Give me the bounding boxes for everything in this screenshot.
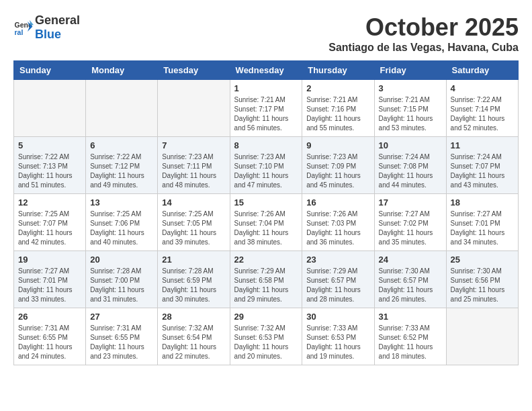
day-info: Sunrise: 7:21 AM Sunset: 7:17 PM Dayligh… <box>234 95 298 133</box>
calendar-day-20: 20Sunrise: 7:28 AM Sunset: 7:00 PM Dayli… <box>86 251 158 308</box>
day-info: Sunrise: 7:23 AM Sunset: 7:10 PM Dayligh… <box>234 152 298 190</box>
day-info: Sunrise: 7:26 AM Sunset: 7:04 PM Dayligh… <box>234 210 298 247</box>
header: Gene ral General Blue October 2025 Santi… <box>13 13 519 54</box>
calendar-day-3: 3Sunrise: 7:21 AM Sunset: 7:15 PM Daylig… <box>374 80 446 137</box>
calendar-day-11: 11Sunrise: 7:24 AM Sunset: 7:07 PM Dayli… <box>446 137 518 194</box>
weekday-header-row: SundayMondayTuesdayWednesdayThursdayFrid… <box>14 61 519 80</box>
calendar-empty-cell <box>158 80 230 137</box>
day-number: 17 <box>379 197 442 208</box>
calendar-week-row: 12Sunrise: 7:25 AM Sunset: 7:07 PM Dayli… <box>14 194 519 251</box>
day-number: 10 <box>379 140 442 150</box>
calendar-day-10: 10Sunrise: 7:24 AM Sunset: 7:08 PM Dayli… <box>374 137 446 194</box>
day-info: Sunrise: 7:31 AM Sunset: 6:55 PM Dayligh… <box>18 324 81 361</box>
calendar-day-30: 30Sunrise: 7:33 AM Sunset: 6:53 PM Dayli… <box>302 308 374 365</box>
day-number: 8 <box>234 140 298 150</box>
day-info: Sunrise: 7:25 AM Sunset: 7:06 PM Dayligh… <box>90 210 153 247</box>
calendar-day-14: 14Sunrise: 7:25 AM Sunset: 7:05 PM Dayli… <box>158 194 230 251</box>
day-info: Sunrise: 7:21 AM Sunset: 7:15 PM Dayligh… <box>379 95 442 133</box>
calendar-day-26: 26Sunrise: 7:31 AM Sunset: 6:55 PM Dayli… <box>14 308 86 365</box>
calendar-week-row: 19Sunrise: 7:27 AM Sunset: 7:01 PM Dayli… <box>14 251 519 308</box>
day-number: 13 <box>90 197 153 208</box>
calendar-day-27: 27Sunrise: 7:31 AM Sunset: 6:55 PM Dayli… <box>86 308 158 365</box>
calendar-day-5: 5Sunrise: 7:22 AM Sunset: 7:13 PM Daylig… <box>14 137 86 194</box>
weekday-header-monday: Monday <box>86 61 158 80</box>
day-info: Sunrise: 7:32 AM Sunset: 6:53 PM Dayligh… <box>234 324 298 361</box>
day-info: Sunrise: 7:28 AM Sunset: 6:59 PM Dayligh… <box>162 267 225 304</box>
calendar-day-23: 23Sunrise: 7:29 AM Sunset: 6:57 PM Dayli… <box>302 251 374 308</box>
calendar-day-19: 19Sunrise: 7:27 AM Sunset: 7:01 PM Dayli… <box>14 251 86 308</box>
location-title: Santiago de las Vegas, Havana, Cuba <box>328 42 519 54</box>
day-number: 1 <box>234 83 298 93</box>
weekday-header-sunday: Sunday <box>14 61 86 80</box>
calendar-day-4: 4Sunrise: 7:22 AM Sunset: 7:14 PM Daylig… <box>446 80 518 137</box>
day-number: 21 <box>162 255 225 265</box>
calendar-day-28: 28Sunrise: 7:32 AM Sunset: 6:54 PM Dayli… <box>158 308 230 365</box>
day-number: 26 <box>18 312 81 322</box>
day-number: 4 <box>451 83 514 93</box>
weekday-header-friday: Friday <box>374 61 446 80</box>
day-number: 31 <box>379 312 442 322</box>
title-area: October 2025 Santiago de las Vegas, Hava… <box>328 13 519 54</box>
day-number: 15 <box>234 197 298 208</box>
day-number: 18 <box>451 197 514 208</box>
calendar-day-31: 31Sunrise: 7:33 AM Sunset: 6:52 PM Dayli… <box>374 308 446 365</box>
logo: Gene ral General Blue <box>13 13 80 42</box>
calendar-empty-cell <box>14 80 86 137</box>
day-info: Sunrise: 7:23 AM Sunset: 7:11 PM Dayligh… <box>162 152 225 190</box>
calendar-day-16: 16Sunrise: 7:26 AM Sunset: 7:03 PM Dayli… <box>302 194 374 251</box>
day-number: 27 <box>90 312 153 322</box>
day-info: Sunrise: 7:27 AM Sunset: 7:02 PM Dayligh… <box>379 210 442 247</box>
day-info: Sunrise: 7:29 AM Sunset: 6:58 PM Dayligh… <box>234 267 298 304</box>
day-info: Sunrise: 7:28 AM Sunset: 7:00 PM Dayligh… <box>90 267 153 304</box>
calendar-day-9: 9Sunrise: 7:23 AM Sunset: 7:09 PM Daylig… <box>302 137 374 194</box>
day-number: 7 <box>162 140 225 150</box>
day-info: Sunrise: 7:23 AM Sunset: 7:09 PM Dayligh… <box>306 152 369 190</box>
day-number: 29 <box>234 312 298 322</box>
day-info: Sunrise: 7:27 AM Sunset: 7:01 PM Dayligh… <box>451 210 514 247</box>
day-info: Sunrise: 7:27 AM Sunset: 7:01 PM Dayligh… <box>18 267 81 304</box>
logo-general: General <box>35 13 80 27</box>
calendar-week-row: 1Sunrise: 7:21 AM Sunset: 7:17 PM Daylig… <box>14 80 519 137</box>
day-info: Sunrise: 7:30 AM Sunset: 6:57 PM Dayligh… <box>379 267 442 304</box>
calendar: SundayMondayTuesdayWednesdayThursdayFrid… <box>13 60 519 365</box>
svg-text:ral: ral <box>15 28 24 36</box>
day-number: 14 <box>162 197 225 208</box>
calendar-day-17: 17Sunrise: 7:27 AM Sunset: 7:02 PM Dayli… <box>374 194 446 251</box>
day-number: 9 <box>306 140 369 150</box>
day-number: 3 <box>379 83 442 93</box>
calendar-empty-cell <box>86 80 158 137</box>
weekday-header-tuesday: Tuesday <box>158 61 230 80</box>
weekday-header-wednesday: Wednesday <box>230 61 302 80</box>
day-number: 30 <box>306 312 369 322</box>
day-number: 16 <box>306 197 369 208</box>
day-number: 25 <box>451 255 514 265</box>
calendar-day-8: 8Sunrise: 7:23 AM Sunset: 7:10 PM Daylig… <box>230 137 302 194</box>
logo-icon: Gene ral <box>13 17 34 38</box>
calendar-week-row: 26Sunrise: 7:31 AM Sunset: 6:55 PM Dayli… <box>14 308 519 365</box>
calendar-day-2: 2Sunrise: 7:21 AM Sunset: 7:16 PM Daylig… <box>302 80 374 137</box>
day-number: 23 <box>306 255 369 265</box>
calendar-day-24: 24Sunrise: 7:30 AM Sunset: 6:57 PM Dayli… <box>374 251 446 308</box>
day-info: Sunrise: 7:33 AM Sunset: 6:52 PM Dayligh… <box>379 324 442 361</box>
calendar-day-22: 22Sunrise: 7:29 AM Sunset: 6:58 PM Dayli… <box>230 251 302 308</box>
day-info: Sunrise: 7:22 AM Sunset: 7:14 PM Dayligh… <box>451 95 514 133</box>
day-info: Sunrise: 7:32 AM Sunset: 6:54 PM Dayligh… <box>162 324 225 361</box>
day-info: Sunrise: 7:24 AM Sunset: 7:07 PM Dayligh… <box>451 152 514 190</box>
day-info: Sunrise: 7:26 AM Sunset: 7:03 PM Dayligh… <box>306 210 369 247</box>
day-info: Sunrise: 7:29 AM Sunset: 6:57 PM Dayligh… <box>306 267 369 304</box>
calendar-day-18: 18Sunrise: 7:27 AM Sunset: 7:01 PM Dayli… <box>446 194 518 251</box>
calendar-day-12: 12Sunrise: 7:25 AM Sunset: 7:07 PM Dayli… <box>14 194 86 251</box>
day-number: 19 <box>18 255 81 265</box>
calendar-day-6: 6Sunrise: 7:22 AM Sunset: 7:12 PM Daylig… <box>86 137 158 194</box>
calendar-empty-cell <box>446 308 518 365</box>
day-number: 20 <box>90 255 153 265</box>
day-number: 6 <box>90 140 153 150</box>
month-title: October 2025 <box>328 13 519 42</box>
day-number: 5 <box>18 140 81 150</box>
calendar-day-29: 29Sunrise: 7:32 AM Sunset: 6:53 PM Dayli… <box>230 308 302 365</box>
calendar-day-15: 15Sunrise: 7:26 AM Sunset: 7:04 PM Dayli… <box>230 194 302 251</box>
day-number: 2 <box>306 83 369 93</box>
calendar-day-7: 7Sunrise: 7:23 AM Sunset: 7:11 PM Daylig… <box>158 137 230 194</box>
day-info: Sunrise: 7:31 AM Sunset: 6:55 PM Dayligh… <box>90 324 153 361</box>
day-info: Sunrise: 7:33 AM Sunset: 6:53 PM Dayligh… <box>306 324 369 361</box>
